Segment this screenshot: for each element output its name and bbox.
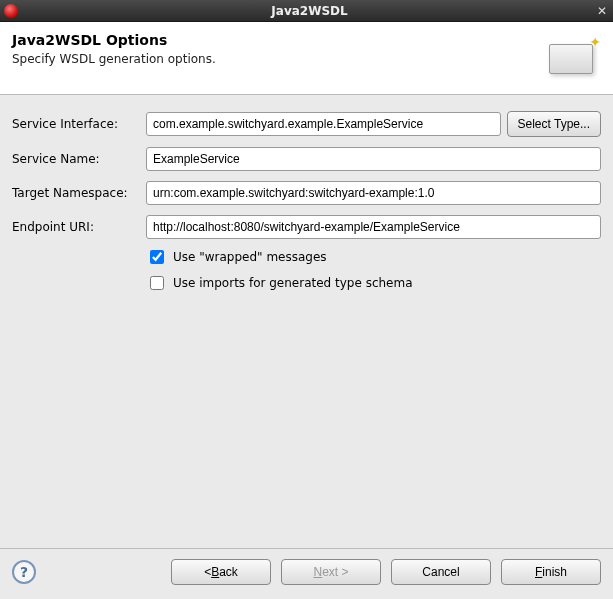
close-icon[interactable]: ✕ bbox=[595, 4, 609, 18]
finish-button[interactable]: Finish bbox=[501, 559, 601, 585]
use-imports-row[interactable]: Use imports for generated type schema bbox=[146, 273, 601, 293]
service-interface-label: Service Interface: bbox=[12, 117, 140, 131]
window-titlebar: Java2WSDL ✕ bbox=[0, 0, 613, 22]
endpoint-uri-input[interactable] bbox=[146, 215, 601, 239]
dialog-header: Java2WSDL Options Specify WSDL generatio… bbox=[0, 22, 613, 95]
app-icon bbox=[4, 4, 18, 18]
service-name-input[interactable] bbox=[146, 147, 601, 171]
use-wrapped-checkbox[interactable] bbox=[150, 250, 164, 264]
endpoint-uri-label: Endpoint URI: bbox=[12, 220, 140, 234]
help-icon[interactable]: ? bbox=[12, 560, 36, 584]
target-namespace-label: Target Namespace: bbox=[12, 186, 140, 200]
target-namespace-input[interactable] bbox=[146, 181, 601, 205]
wizard-banner-icon: ✦ bbox=[545, 34, 601, 80]
use-imports-checkbox[interactable] bbox=[150, 276, 164, 290]
next-button: Next > bbox=[281, 559, 381, 585]
select-type-button[interactable]: Select Type... bbox=[507, 111, 602, 137]
service-interface-input[interactable] bbox=[146, 112, 501, 136]
form-area: Service Interface: Select Type... Servic… bbox=[0, 95, 613, 548]
use-wrapped-label: Use "wrapped" messages bbox=[173, 250, 327, 264]
use-imports-label: Use imports for generated type schema bbox=[173, 276, 413, 290]
window-title: Java2WSDL bbox=[24, 4, 595, 18]
cancel-button[interactable]: Cancel bbox=[391, 559, 491, 585]
page-subtitle: Specify WSDL generation options. bbox=[12, 52, 545, 66]
service-name-label: Service Name: bbox=[12, 152, 140, 166]
back-button[interactable]: < Back bbox=[171, 559, 271, 585]
dialog-window: Java2WSDL Options Specify WSDL generatio… bbox=[0, 22, 613, 599]
page-title: Java2WSDL Options bbox=[12, 32, 545, 48]
dialog-footer: ? < Back Next > Cancel Finish bbox=[0, 548, 613, 599]
use-wrapped-row[interactable]: Use "wrapped" messages bbox=[146, 247, 601, 267]
